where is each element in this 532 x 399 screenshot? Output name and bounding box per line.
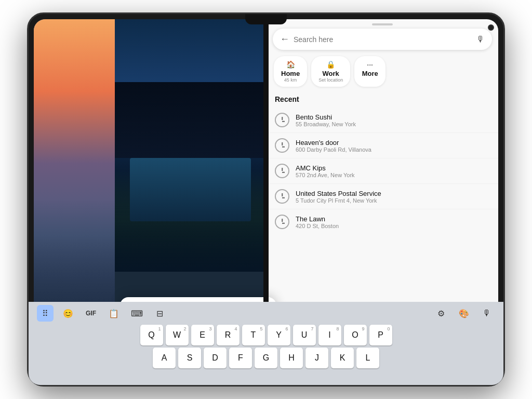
clock-icon-0 [275,113,289,127]
home-quick-link[interactable]: 🏠 Home 45 km [274,56,307,87]
home-icon: 🏠 [286,60,295,69]
key-o[interactable]: O9 [344,325,367,345]
recent-item-1[interactable]: Heaven's door 600 Darby Paoli Rd, Villan… [267,132,498,158]
keyboard-icon2[interactable]: ⊟ [151,305,168,322]
key-t[interactable]: T5 [242,325,265,345]
clock-icon-1 [275,138,289,153]
key-i[interactable]: I8 [318,325,341,345]
mic-icon[interactable]: 🎙 [478,305,495,322]
key-j[interactable]: J [305,348,328,368]
key-row-2: A S D F G H J K L [33,348,499,368]
key-s[interactable]: S [178,348,201,368]
quick-links-row: 🏠 Home 45 km 🔒 Work Set location ··· Mor… [267,56,498,93]
key-y[interactable]: Y6 [268,325,290,345]
work-label: Work [323,70,339,77]
key-l[interactable]: L [356,348,379,368]
key-f[interactable]: F [229,348,252,368]
landscape-photo [115,19,266,272]
key-g[interactable]: G [255,348,277,368]
emoji-grid-icon[interactable]: ⠿ [37,305,54,322]
microphone-icon[interactable]: 🎙 [476,35,485,44]
recent-addr-4: 420 D St, Boston [296,223,490,229]
search-bar[interactable]: ← 🎙 [273,29,492,50]
home-sub: 45 km [284,77,297,83]
more-quick-link[interactable]: ··· More [354,56,385,87]
key-q[interactable]: Q1 [140,325,163,345]
recent-item-3[interactable]: United States Postal Service 5 Tudor Cit… [267,183,498,209]
work-icon: 🔒 [326,60,335,69]
key-e[interactable]: E3 [191,325,214,345]
hinge-top-bar [245,14,287,24]
back-icon[interactable]: ← [280,34,289,45]
recent-info-1: Heaven's door 600 Darby Paoli Rd, Villan… [296,139,490,153]
keyboard: ⠿ 😊 GIF 📋 ⌨ ⊟ ⚙ 🎨 🎙 Q1 W2 E3 [29,302,503,385]
recent-name-4: The Lawn [296,215,490,223]
recent-name-1: Heaven's door [296,139,490,147]
key-h[interactable]: H [280,348,303,368]
search-input[interactable] [294,35,472,44]
recent-name-0: Bento Sushi [296,113,490,121]
sticker-icon[interactable]: 😊 [60,305,76,322]
recent-addr-2: 570 2nd Ave, New York [296,172,490,178]
key-u[interactable]: U7 [293,325,316,345]
recent-name-3: United States Postal Service [296,190,490,197]
recent-item-0[interactable]: Bento Sushi 55 Broadway, New York [267,108,498,132]
keyboard-icon[interactable]: ⌨ [128,305,145,322]
recent-item-4[interactable]: The Lawn 420 D St, Boston [267,209,498,234]
key-rows: Q1 W2 E3 R4 T5 Y6 U7 I8 O9 P0 A S D F [29,325,503,385]
clipboard-icon[interactable]: 📋 [105,305,122,322]
key-a[interactable]: A [153,348,176,368]
home-label: Home [281,70,300,77]
recent-item-2[interactable]: AMC Kips 570 2nd Ave, New York [267,158,498,183]
pool-visual [130,158,250,221]
device-frame: Top Rated Heaven's door ★ ★ ★ ★ ★ Heaven… [27,12,505,387]
key-row-1: Q1 W2 E3 R4 T5 Y6 U7 I8 O9 P0 [33,325,499,345]
recent-info-0: Bento Sushi 55 Broadway, New York [296,113,490,127]
more-icon: ··· [367,60,373,69]
key-r[interactable]: R4 [217,325,240,345]
settings-icon[interactable]: ⚙ [433,305,449,322]
clock-icon-2 [275,164,289,178]
key-d[interactable]: D [204,348,227,368]
recent-addr-1: 600 Darby Paoli Rd, Villanova [296,147,490,153]
recent-info-3: United States Postal Service 5 Tudor Cit… [296,190,490,204]
more-label: More [362,70,378,77]
recent-section-label: Recent [267,93,498,108]
camera-dot [488,24,494,31]
key-k[interactable]: K [331,348,354,368]
work-sub: Set location [318,77,343,83]
recent-name-2: AMC Kips [296,164,490,172]
recent-addr-0: 55 Broadway, New York [296,121,490,127]
drag-handle [372,23,393,25]
clock-icon-3 [275,189,289,204]
key-w[interactable]: W2 [166,325,189,345]
keyboard-toolbar: ⠿ 😊 GIF 📋 ⌨ ⊟ ⚙ 🎨 🎙 [29,302,503,325]
clock-icon-4 [275,215,289,229]
recent-info-2: AMC Kips 570 2nd Ave, New York [296,164,490,178]
recent-info-4: The Lawn 420 D St, Boston [296,215,490,229]
work-quick-link[interactable]: 🔒 Work Set location [311,56,350,87]
gif-button[interactable]: GIF [83,305,99,322]
recent-addr-3: 5 Tudor City Pl Frnt 4, New York [296,197,490,204]
foldable-device: Top Rated Heaven's door ★ ★ ★ ★ ★ Heaven… [27,12,505,387]
key-p[interactable]: P0 [369,325,392,345]
city-background [115,82,266,158]
keyboard-right-icons: ⚙ 🎨 🎙 [433,305,495,322]
palette-icon[interactable]: 🎨 [456,305,472,322]
